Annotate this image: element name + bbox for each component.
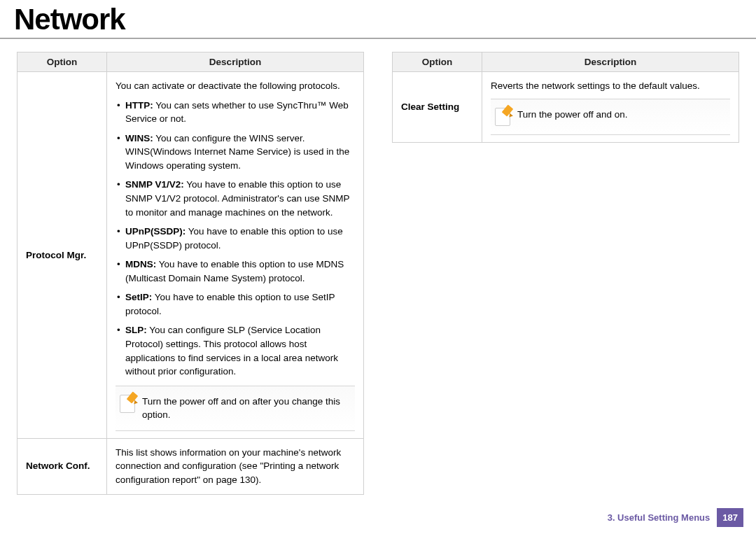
note-box: Turn the power off and on. [491,99,730,135]
option-cell: Clear Setting [393,72,482,143]
intro-text: You can activate or deactivate the follo… [115,79,355,93]
list-item: WINS: You can configure the WINS server.… [115,132,355,173]
right-table: Option Description Clear Setting Reverts… [392,52,739,143]
intro-text: Reverts the network settings to the defa… [491,79,730,93]
description-cell: You can activate or deactivate the follo… [107,72,364,439]
list-item: SLP: You can configure SLP (Service Loca… [115,323,355,378]
protocol-list: HTTP: You can sets whether to use SyncTh… [115,99,355,379]
left-column: Option Description Protocol Mgr. You can… [17,52,364,495]
left-table: Option Description Protocol Mgr. You can… [17,52,364,495]
option-cell: Protocol Mgr. [18,72,107,439]
list-item: SNMP V1/V2: You have to enable this opti… [115,178,355,219]
table-header-row: Option Description [18,52,364,72]
header-description: Description [107,52,364,72]
list-item: UPnP(SSDP): You have to enable this opti… [115,225,355,252]
option-cell: Network Conf. [18,438,107,494]
note-text: Turn the power off and on. [517,108,628,122]
note-text: Turn the power off and on after you chan… [142,395,351,422]
chapter-label: 3. Useful Setting Menus [608,512,710,523]
note-pencil-icon [495,108,510,126]
note-box: Turn the power off and on after you chan… [115,386,355,431]
table-row: Network Conf. This list shows informatio… [18,438,364,494]
table-row: Clear Setting Reverts the network settin… [393,72,739,143]
list-item: SetIP: You have to enable this option to… [115,290,355,318]
header-description: Description [482,52,739,72]
note-pencil-icon [120,395,135,413]
header-option: Option [18,52,107,72]
description-cell: This list shows information on your mach… [107,438,364,494]
list-item: HTTP: You can sets whether to use SyncTh… [115,99,355,126]
page-title: Network [0,0,756,38]
list-item: MDNS: You have to enable this option to … [115,258,355,285]
page-number: 187 [717,508,743,527]
right-column: Option Description Clear Setting Reverts… [392,52,739,495]
content-columns: Option Description Protocol Mgr. You can… [0,52,756,495]
page-footer: 3. Useful Setting Menus 187 [608,508,743,527]
header-option: Option [393,52,482,72]
description-cell: Reverts the network settings to the defa… [482,72,739,143]
table-header-row: Option Description [393,52,739,72]
title-divider [0,38,756,39]
table-row: Protocol Mgr. You can activate or deacti… [18,72,364,439]
